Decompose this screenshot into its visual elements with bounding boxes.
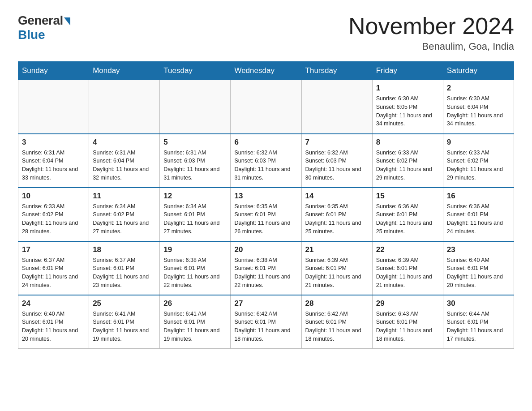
day-info: Sunrise: 6:31 AMSunset: 6:04 PMDaylight:… (22, 149, 85, 182)
calendar-week-row: 10Sunrise: 6:33 AMSunset: 6:02 PMDayligh… (18, 188, 514, 241)
day-info: Sunrise: 6:33 AMSunset: 6:02 PMDaylight:… (22, 202, 85, 236)
calendar-week-row: 17Sunrise: 6:37 AMSunset: 6:01 PMDayligh… (18, 241, 514, 295)
calendar-cell (18, 80, 89, 134)
calendar-cell: 27Sunrise: 6:42 AMSunset: 6:01 PMDayligh… (231, 295, 301, 349)
title-area: November 2024 Benaulim, Goa, India (348, 13, 514, 52)
calendar-header-saturday: Saturday (443, 62, 514, 80)
day-number: 25 (93, 299, 156, 308)
day-number: 9 (447, 138, 510, 147)
day-number: 30 (447, 299, 510, 308)
calendar-cell: 2Sunrise: 6:30 AMSunset: 6:04 PMDaylight… (443, 80, 514, 134)
calendar-cell: 29Sunrise: 6:43 AMSunset: 6:01 PMDayligh… (372, 295, 443, 349)
day-number: 17 (22, 245, 85, 254)
day-info: Sunrise: 6:39 AMSunset: 6:01 PMDaylight:… (305, 256, 369, 290)
day-info: Sunrise: 6:36 AMSunset: 6:01 PMDaylight:… (447, 202, 510, 236)
month-year-title: November 2024 (348, 13, 514, 39)
day-info: Sunrise: 6:38 AMSunset: 6:01 PMDaylight:… (234, 256, 297, 290)
day-info: Sunrise: 6:42 AMSunset: 6:01 PMDaylight:… (305, 310, 369, 343)
day-number: 29 (376, 299, 439, 308)
day-info: Sunrise: 6:40 AMSunset: 6:01 PMDaylight:… (447, 256, 510, 290)
logo-arrow-icon (64, 17, 70, 26)
calendar-cell: 4Sunrise: 6:31 AMSunset: 6:04 PMDaylight… (89, 134, 160, 188)
day-number: 18 (93, 245, 156, 254)
calendar-cell: 21Sunrise: 6:39 AMSunset: 6:01 PMDayligh… (301, 241, 372, 295)
day-info: Sunrise: 6:34 AMSunset: 6:02 PMDaylight:… (93, 202, 156, 236)
calendar-cell: 15Sunrise: 6:36 AMSunset: 6:01 PMDayligh… (372, 188, 443, 241)
calendar-header-wednesday: Wednesday (231, 62, 301, 80)
calendar-cell: 23Sunrise: 6:40 AMSunset: 6:01 PMDayligh… (443, 241, 514, 295)
calendar-cell (301, 80, 372, 134)
day-info: Sunrise: 6:31 AMSunset: 6:03 PMDaylight:… (163, 149, 227, 182)
day-number: 19 (163, 245, 227, 254)
calendar-cell: 8Sunrise: 6:33 AMSunset: 6:02 PMDaylight… (372, 134, 443, 188)
day-info: Sunrise: 6:34 AMSunset: 6:01 PMDaylight:… (163, 202, 227, 236)
day-number: 24 (22, 299, 85, 308)
day-number: 15 (376, 192, 439, 201)
calendar-cell: 22Sunrise: 6:39 AMSunset: 6:01 PMDayligh… (372, 241, 443, 295)
day-info: Sunrise: 6:31 AMSunset: 6:04 PMDaylight:… (93, 149, 156, 182)
calendar-header-friday: Friday (372, 62, 443, 80)
logo-general-text: General (18, 13, 63, 28)
day-number: 1 (376, 84, 439, 93)
day-number: 23 (447, 245, 510, 254)
calendar-week-row: 3Sunrise: 6:31 AMSunset: 6:04 PMDaylight… (18, 134, 514, 188)
day-number: 10 (22, 192, 85, 201)
calendar-cell: 26Sunrise: 6:41 AMSunset: 6:01 PMDayligh… (160, 295, 231, 349)
calendar-cell: 10Sunrise: 6:33 AMSunset: 6:02 PMDayligh… (18, 188, 89, 241)
calendar-header-monday: Monday (89, 62, 160, 80)
day-info: Sunrise: 6:42 AMSunset: 6:01 PMDaylight:… (234, 310, 297, 343)
day-number: 26 (163, 299, 227, 308)
calendar-cell: 30Sunrise: 6:44 AMSunset: 6:01 PMDayligh… (443, 295, 514, 349)
day-info: Sunrise: 6:37 AMSunset: 6:01 PMDaylight:… (22, 256, 85, 290)
day-number: 27 (234, 299, 297, 308)
day-number: 20 (234, 245, 297, 254)
logo: General Blue (18, 13, 70, 42)
day-info: Sunrise: 6:30 AMSunset: 6:05 PMDaylight:… (376, 94, 439, 128)
day-info: Sunrise: 6:40 AMSunset: 6:01 PMDaylight:… (22, 310, 85, 343)
day-info: Sunrise: 6:43 AMSunset: 6:01 PMDaylight:… (376, 310, 439, 343)
day-info: Sunrise: 6:35 AMSunset: 6:01 PMDaylight:… (305, 202, 369, 236)
day-info: Sunrise: 6:33 AMSunset: 6:02 PMDaylight:… (447, 149, 510, 182)
calendar-week-row: 24Sunrise: 6:40 AMSunset: 6:01 PMDayligh… (18, 295, 514, 349)
day-number: 8 (376, 138, 439, 147)
calendar-header-sunday: Sunday (18, 62, 89, 80)
calendar-cell: 25Sunrise: 6:41 AMSunset: 6:01 PMDayligh… (89, 295, 160, 349)
calendar-cell: 19Sunrise: 6:38 AMSunset: 6:01 PMDayligh… (160, 241, 231, 295)
day-number: 22 (376, 245, 439, 254)
calendar-cell: 3Sunrise: 6:31 AMSunset: 6:04 PMDaylight… (18, 134, 89, 188)
day-number: 12 (163, 192, 227, 201)
calendar-cell: 11Sunrise: 6:34 AMSunset: 6:02 PMDayligh… (89, 188, 160, 241)
day-info: Sunrise: 6:36 AMSunset: 6:01 PMDaylight:… (376, 202, 439, 236)
calendar-week-row: 1Sunrise: 6:30 AMSunset: 6:05 PMDaylight… (18, 80, 514, 134)
day-number: 28 (305, 299, 369, 308)
calendar-header-tuesday: Tuesday (160, 62, 231, 80)
calendar-cell: 9Sunrise: 6:33 AMSunset: 6:02 PMDaylight… (443, 134, 514, 188)
calendar-header-row: SundayMondayTuesdayWednesdayThursdayFrid… (18, 62, 514, 80)
day-info: Sunrise: 6:41 AMSunset: 6:01 PMDaylight:… (163, 310, 227, 343)
day-number: 2 (447, 84, 510, 93)
day-info: Sunrise: 6:33 AMSunset: 6:02 PMDaylight:… (376, 149, 439, 182)
day-number: 14 (305, 192, 369, 201)
day-info: Sunrise: 6:32 AMSunset: 6:03 PMDaylight:… (234, 149, 297, 182)
day-number: 11 (93, 192, 156, 201)
day-number: 21 (305, 245, 369, 254)
day-number: 6 (234, 138, 297, 147)
header: General Blue November 2024 Benaulim, Goa… (18, 13, 514, 52)
calendar-cell (160, 80, 231, 134)
day-info: Sunrise: 6:38 AMSunset: 6:01 PMDaylight:… (163, 256, 227, 290)
calendar-cell (89, 80, 160, 134)
calendar-cell: 1Sunrise: 6:30 AMSunset: 6:05 PMDaylight… (372, 80, 443, 134)
calendar-cell: 17Sunrise: 6:37 AMSunset: 6:01 PMDayligh… (18, 241, 89, 295)
calendar-cell: 5Sunrise: 6:31 AMSunset: 6:03 PMDaylight… (160, 134, 231, 188)
day-number: 16 (447, 192, 510, 201)
day-number: 13 (234, 192, 297, 201)
day-number: 3 (22, 138, 85, 147)
calendar-cell: 20Sunrise: 6:38 AMSunset: 6:01 PMDayligh… (231, 241, 301, 295)
logo-blue-text: Blue (18, 28, 45, 42)
calendar-cell: 28Sunrise: 6:42 AMSunset: 6:01 PMDayligh… (301, 295, 372, 349)
calendar-cell: 7Sunrise: 6:32 AMSunset: 6:03 PMDaylight… (301, 134, 372, 188)
calendar-cell: 16Sunrise: 6:36 AMSunset: 6:01 PMDayligh… (443, 188, 514, 241)
day-number: 7 (305, 138, 369, 147)
day-number: 4 (93, 138, 156, 147)
day-info: Sunrise: 6:35 AMSunset: 6:01 PMDaylight:… (234, 202, 297, 236)
